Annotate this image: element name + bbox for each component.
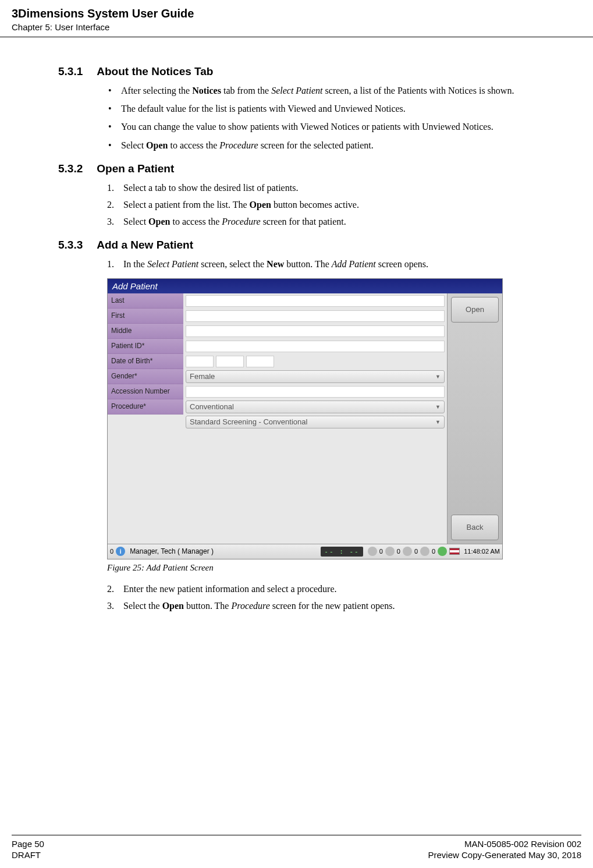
label-patient-id: Patient ID* [108,339,183,354]
doc-title: 3Dimensions System User Guide [12,7,581,20]
page-content: 5.3.1 About the Notices Tab After select… [0,37,593,612]
step-item: 2.Enter the new patient information and … [107,582,558,596]
chevron-down-icon: ▼ [435,374,441,380]
input-first[interactable] [186,310,445,322]
sidebar-buttons: Open Back [447,293,502,544]
status-icon [385,547,395,556]
label-last: Last [108,293,183,309]
section-body-532: 1.Select a tab to show the desired list … [107,181,558,229]
select-gender[interactable]: Female▼ [186,370,445,383]
section-heading-533: 5.3.3 Add a New Patient [58,239,558,251]
page-number: Page 50 [12,839,44,849]
step-item: 1.In the Select Patient screen, select t… [107,257,558,271]
chapter-title: Chapter 5: User Interface [12,22,581,32]
input-middle[interactable] [186,325,445,337]
select-procedure-sub[interactable]: Standard Screening - Conventional▼ [186,416,445,428]
section-num: 5.3.3 [58,239,83,251]
form-area: Last First Middle Patient ID* Date of Bi… [108,293,447,544]
page-header: 3Dimensions System User Guide Chapter 5:… [0,0,593,37]
section-body-531: After selecting the Notices tab from the… [107,84,558,152]
label-gender: Gender* [108,369,183,384]
draft-label: DRAFT [12,850,44,860]
section-num: 5.3.1 [58,65,83,78]
bullet-item: Select Open to access the Procedure scre… [107,139,558,152]
status-icon [403,547,412,556]
section-num: 5.3.2 [58,162,83,175]
label-middle: Middle [108,324,183,339]
section-heading-531: 5.3.1 About the Notices Tab [58,65,558,78]
bullet-item: After selecting the Notices tab from the… [107,84,558,97]
label-first: First [108,309,183,324]
status-icon [368,547,377,556]
step-item: 1.Select a tab to show the desired list … [107,181,558,194]
revision: MAN-05085-002 Revision 002 [428,839,581,849]
input-last[interactable] [186,295,445,307]
status-lcd: -- : -- [321,547,363,557]
section-title: Open a Patient [97,162,174,175]
status-icon [420,547,429,556]
label-accession: Accession Number [108,384,183,399]
input-dob-1[interactable] [186,356,214,367]
section-body-533b: 2.Enter the new patient information and … [107,582,558,612]
status-time: 11:48:02 AM [464,548,500,555]
section-heading-532: 5.3.2 Open a Patient [58,162,558,175]
bullet-item: You can change the value to show patient… [107,120,558,133]
label-procedure: Procedure* [108,399,183,414]
section-body-533: 1.In the Select Patient screen, select t… [107,257,558,271]
section-title: Add a New Patient [97,239,193,251]
figure-caption: Figure 25: Add Patient Screen [107,563,558,573]
form-filler [108,430,447,544]
add-patient-screenshot: Add Patient Last First Middle Patient ID… [107,278,503,559]
window-title: Add Patient [108,279,502,293]
chevron-down-icon: ▼ [435,419,441,425]
label-dob: Date of Birth* [108,354,183,369]
page-footer: Page 50 DRAFT MAN-05085-002 Revision 002… [12,835,581,860]
select-procedure[interactable]: Conventional▼ [186,401,445,413]
input-accession[interactable] [186,386,445,398]
flag-icon [449,548,460,555]
step-item: 3.Select the Open button. The Procedure … [107,599,558,612]
status-ok-icon [438,547,447,556]
status-user: Manager, Tech ( Manager ) [130,547,214,555]
input-dob-3[interactable] [246,356,274,367]
back-button[interactable]: Back [451,515,499,540]
section-title: About the Notices Tab [97,65,213,78]
generated-date: Preview Copy-Generated May 30, 2018 [428,850,581,860]
chevron-down-icon: ▼ [435,404,441,410]
input-dob-2[interactable] [216,356,244,367]
step-item: 3.Select Open to access the Procedure sc… [107,215,558,228]
info-icon[interactable]: i [116,547,125,556]
bullet-item: The default value for the list is patien… [107,102,558,115]
status-bar: 0 i Manager, Tech ( Manager ) -- : -- 0 … [108,544,502,559]
step-item: 2.Select a patient from the list. The Op… [107,198,558,211]
input-patient-id[interactable] [186,341,445,352]
open-button[interactable]: Open [451,297,499,323]
